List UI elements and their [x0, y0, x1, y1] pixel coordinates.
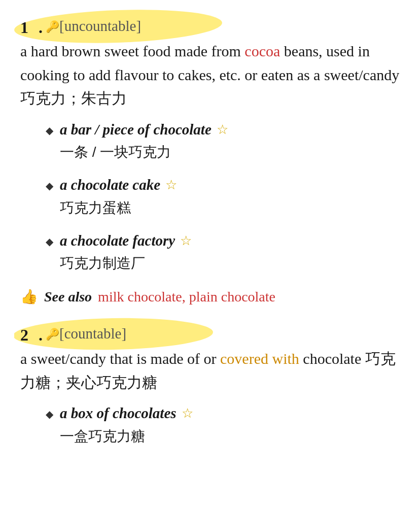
entry-1-number: 1 [20, 15, 39, 40]
see-also-hand-icon: 👍 [20, 286, 38, 308]
entry-2-number: 2 [20, 323, 39, 347]
example-2: a chocolate cake ☆ 巧克力蛋糕 [60, 174, 400, 219]
diamond-icon: ◆ [46, 234, 55, 249]
example-1-chinese: 一条 / 一块巧克力 [60, 142, 400, 163]
entry-2-examples: ◆ a box of chocolates ☆ 一盒巧克力糖 [46, 402, 400, 447]
example-4: a box of chocolates ☆ 一盒巧克力糖 [60, 402, 400, 447]
entry-1-key-icon: 🔑 [46, 18, 59, 35]
entry-2-key-icon: 🔑 [46, 326, 59, 343]
example-3-english: a chocolate factory ☆ [60, 230, 400, 252]
star-icon[interactable]: ☆ [165, 175, 177, 195]
diamond-icon: ◆ [46, 178, 55, 193]
cocoa-link[interactable]: cocoa [244, 43, 280, 59]
see-also-section: 👍 See also milk chocolate, plain chocola… [20, 286, 400, 308]
example-3-chinese: 巧克力制造厂 [60, 253, 400, 274]
example-2-chinese: 巧克力蛋糕 [60, 197, 400, 219]
example-3: a chocolate factory ☆ 巧克力制造厂 [60, 230, 400, 275]
entry-1-definition: a hard brown sweet food made from cocoa … [20, 40, 400, 111]
star-icon[interactable]: ☆ [180, 231, 192, 251]
entry-1-examples: ◆ a bar / piece of chocolate ☆ 一条 / 一块巧克… [46, 119, 400, 275]
example-item: ◆ a chocolate cake ☆ 巧克力蛋糕 [46, 174, 400, 219]
example-item: ◆ a box of chocolates ☆ 一盒巧克力糖 [46, 402, 400, 447]
see-also-label: See also [44, 286, 92, 308]
example-1: a bar / piece of chocolate ☆ 一条 / 一块巧克力 [60, 119, 400, 163]
covered-text: covered with [220, 350, 299, 367]
star-icon[interactable]: ☆ [182, 403, 193, 423]
diamond-icon: ◆ [46, 407, 55, 422]
entry-1: 1 . 🔑 [uncountable] a hard brown sweet f… [20, 15, 400, 308]
example-item: ◆ a chocolate factory ☆ 巧克力制造厂 [46, 230, 400, 275]
star-icon[interactable]: ☆ [217, 120, 228, 140]
entry-1-grammar: [uncountable] [59, 15, 141, 38]
entry-2: 2 . 🔑 [countable] a sweet/candy that is … [20, 323, 400, 447]
entry-2-grammar: [countable] [59, 323, 126, 345]
example-1-english: a bar / piece of chocolate ☆ [60, 119, 400, 141]
entry-2-definition: a sweet/candy that is made of or covered… [20, 347, 400, 394]
example-4-chinese: 一盒巧克力糖 [60, 426, 400, 447]
example-4-english: a box of chocolates ☆ [60, 402, 400, 425]
example-item: ◆ a bar / piece of chocolate ☆ 一条 / 一块巧克… [46, 119, 400, 163]
diamond-icon: ◆ [46, 123, 55, 138]
see-also-links[interactable]: milk chocolate, plain chocolate [98, 286, 275, 308]
example-2-english: a chocolate cake ☆ [60, 174, 400, 196]
